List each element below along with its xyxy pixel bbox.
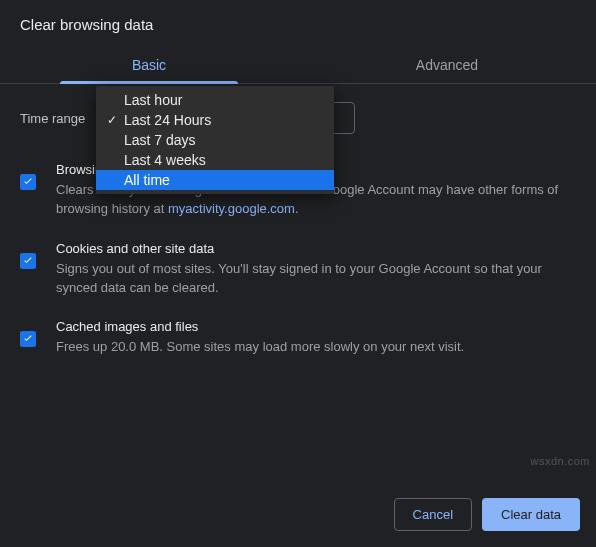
check-icon: [22, 255, 34, 267]
cache-desc: Frees up 20.0 MB. Some sites may load mo…: [56, 338, 576, 357]
check-icon: [22, 176, 34, 188]
checkbox-browsing-history[interactable]: [20, 174, 36, 190]
watermark: wsxdn.com: [530, 455, 590, 467]
dialog-footer: Cancel Clear data: [394, 498, 580, 531]
tab-basic[interactable]: Basic: [0, 45, 298, 83]
time-range-option-label: Last 24 Hours: [120, 112, 326, 128]
dialog-title: Clear browsing data: [0, 0, 596, 45]
cookies-title: Cookies and other site data: [56, 241, 576, 256]
checkbox-cookies[interactable]: [20, 253, 36, 269]
time-range-option-label: All time: [120, 172, 326, 188]
item-cache: Cached images and files Frees up 20.0 MB…: [20, 319, 576, 357]
cookies-desc: Signs you out of most sites. You'll stay…: [56, 260, 576, 298]
time-range-option-label: Last 4 weeks: [120, 152, 326, 168]
history-desc-b: .: [295, 201, 299, 216]
myactivity-link[interactable]: myactivity.google.com: [168, 201, 295, 216]
time-range-option[interactable]: ✓Last 24 Hours: [96, 110, 334, 130]
time-range-option[interactable]: Last 7 days: [96, 130, 334, 150]
checkbox-cache[interactable]: [20, 331, 36, 347]
item-cookies: Cookies and other site data Signs you ou…: [20, 241, 576, 298]
time-range-option-label: Last 7 days: [120, 132, 326, 148]
time-range-option[interactable]: All time: [96, 170, 334, 190]
time-range-label: Time range: [20, 111, 85, 126]
tab-advanced[interactable]: Advanced: [298, 45, 596, 83]
time-range-option[interactable]: Last hour: [96, 90, 334, 110]
check-icon: ✓: [104, 113, 120, 127]
time-range-option-label: Last hour: [120, 92, 326, 108]
cancel-button[interactable]: Cancel: [394, 498, 472, 531]
time-range-dropdown: Last hour✓Last 24 HoursLast 7 daysLast 4…: [96, 86, 334, 194]
tabs: Basic Advanced: [0, 45, 596, 84]
check-icon: [22, 333, 34, 345]
clear-data-button[interactable]: Clear data: [482, 498, 580, 531]
time-range-option[interactable]: Last 4 weeks: [96, 150, 334, 170]
cache-title: Cached images and files: [56, 319, 576, 334]
